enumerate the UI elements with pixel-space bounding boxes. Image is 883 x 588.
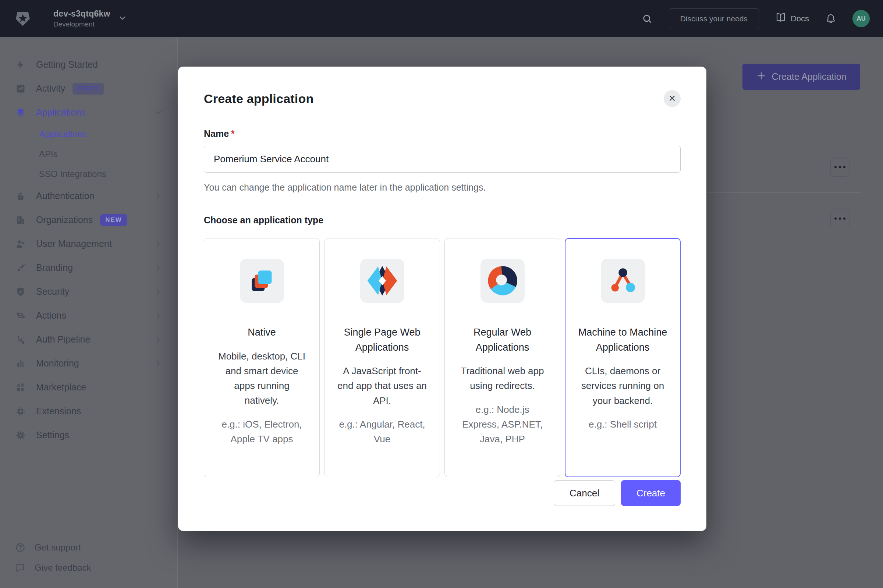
- card-description: CLIs, daemons or services running on you…: [578, 363, 668, 408]
- docs-label: Docs: [791, 14, 809, 24]
- shield-check-icon: [15, 286, 27, 297]
- get-support-link[interactable]: Get support: [0, 537, 177, 558]
- lock-icon: [15, 191, 27, 201]
- card-description: Mobile, desktop, CLI and smart device ap…: [217, 349, 307, 408]
- name-helper-text: You can change the application name late…: [204, 182, 681, 193]
- help-circle-icon: [15, 542, 26, 553]
- card-title: Regular Web Applications: [457, 325, 547, 355]
- network-nodes-icon: [601, 259, 645, 303]
- brush-icon: [15, 263, 27, 273]
- donut-swirl-icon: [481, 259, 525, 303]
- flow-icon: [15, 310, 27, 321]
- spa-diamond-icon: [360, 259, 404, 303]
- activity-icon: [15, 84, 27, 94]
- close-button[interactable]: [664, 90, 681, 107]
- sidebar-item-applications[interactable]: Applications: [0, 100, 177, 124]
- building-icon: [15, 215, 27, 225]
- sidebar-item-organizations[interactable]: Organizations NEW: [0, 208, 177, 232]
- plus-icon: [756, 71, 766, 83]
- discuss-needs-button[interactable]: Discuss your needs: [669, 9, 759, 29]
- ellipsis-icon: [834, 166, 837, 168]
- close-icon: [667, 93, 677, 104]
- create-button[interactable]: Create: [621, 480, 681, 506]
- sidebar-item-getting-started[interactable]: Getting Started: [0, 52, 177, 76]
- chip-icon: [15, 406, 27, 417]
- sidebar-item-activity[interactable]: Activity FIRST: [0, 76, 177, 100]
- native-stack-icon: [240, 259, 284, 303]
- required-marker: *: [231, 128, 235, 139]
- sidebar-item-marketplace[interactable]: Marketplace: [0, 375, 177, 399]
- card-description: Traditional web app using redirects.: [457, 363, 547, 393]
- chevron-right-icon: [154, 287, 163, 296]
- application-type-cards: Native Mobile, desktop, CLI and smart de…: [204, 238, 681, 477]
- sidebar-item-extensions[interactable]: Extensions: [0, 399, 177, 423]
- chevron-right-icon: [154, 359, 163, 368]
- chevron-right-icon: [154, 335, 163, 344]
- create-application-modal: Create application Name* You can change …: [178, 67, 706, 531]
- chevron-right-icon: [154, 240, 163, 248]
- cancel-button[interactable]: Cancel: [554, 480, 615, 506]
- top-header: dev-s3qtq6kw Development Discuss your ne…: [0, 0, 883, 37]
- chevron-down-icon: [118, 13, 127, 24]
- chevron-right-icon: [154, 311, 163, 320]
- create-application-button[interactable]: Create Application: [742, 64, 860, 90]
- sidebar-item-settings[interactable]: Settings: [0, 423, 177, 447]
- auth0-logo-icon[interactable]: [13, 9, 32, 28]
- row-actions-button[interactable]: [831, 209, 850, 228]
- bell-icon[interactable]: [825, 13, 836, 24]
- card-title: Native: [217, 325, 307, 340]
- search-icon[interactable]: [642, 13, 653, 24]
- first-badge: FIRST: [72, 83, 104, 94]
- card-example: e.g.: Angular, React, Vue: [337, 417, 427, 447]
- sidebar-footer: Get support Give feedback: [0, 537, 177, 578]
- sidebar-item-actions[interactable]: Actions: [0, 304, 177, 327]
- avatar[interactable]: AU: [853, 10, 870, 27]
- docs-link[interactable]: Docs: [775, 12, 809, 26]
- tenant-name: dev-s3qtq6kw: [53, 9, 110, 19]
- gear-icon: [15, 430, 27, 441]
- grid-plus-icon: [15, 382, 27, 393]
- name-label: Name*: [204, 128, 681, 139]
- card-title: Machine to Machine Applications: [578, 325, 668, 355]
- pipeline-icon: [15, 334, 27, 345]
- application-name-input[interactable]: [204, 146, 681, 172]
- sidebar-item-branding[interactable]: Branding: [0, 256, 177, 280]
- zap-icon: [15, 60, 27, 70]
- card-example: e.g.: iOS, Electron, Apple TV apps: [217, 417, 307, 447]
- card-native[interactable]: Native Mobile, desktop, CLI and smart de…: [204, 238, 320, 477]
- sidebar-item-auth-pipeline[interactable]: Auth Pipeline: [0, 327, 177, 351]
- card-single-page-web[interactable]: Single Page Web Applications A JavaScrip…: [324, 238, 440, 477]
- card-regular-web[interactable]: Regular Web Applications Traditional web…: [444, 238, 560, 477]
- sidebar-subitem-applications[interactable]: Applications: [0, 124, 177, 144]
- new-badge: NEW: [100, 214, 127, 226]
- book-icon: [775, 12, 786, 26]
- tenant-environment: Development: [53, 20, 110, 28]
- sidebar-item-user-management[interactable]: User Management: [0, 232, 177, 256]
- sidebar-item-monitoring[interactable]: Monitoring: [0, 351, 177, 375]
- sidebar-nav: Getting Started Activity FIRST Applicati…: [0, 37, 178, 588]
- application-type-label: Choose an application type: [204, 215, 681, 225]
- modal-title: Create application: [204, 92, 313, 106]
- chevron-down-icon: [154, 108, 163, 117]
- card-description: A JavaScript front-end app that uses an …: [337, 363, 427, 408]
- row-actions-button[interactable]: [831, 158, 850, 177]
- layers-icon: [15, 108, 27, 118]
- ellipsis-icon: [834, 218, 837, 220]
- chevron-right-icon: [154, 264, 163, 272]
- sidebar-subitem-sso-integrations[interactable]: SSO Integrations: [0, 164, 177, 184]
- card-machine-to-machine[interactable]: Machine to Machine Applications CLIs, da…: [565, 238, 681, 477]
- sidebar-item-authentication[interactable]: Authentication: [0, 184, 177, 208]
- bar-chart-icon: [15, 358, 27, 369]
- card-title: Single Page Web Applications: [337, 325, 427, 355]
- card-example: e.g.: Shell script: [578, 417, 668, 432]
- card-example: e.g.: Node.js Express, ASP.NET, Java, PH…: [457, 402, 547, 447]
- message-icon: [15, 562, 26, 573]
- tenant-switcher[interactable]: dev-s3qtq6kw Development: [53, 9, 110, 28]
- sidebar-subitem-apis[interactable]: APIs: [0, 144, 177, 164]
- header-divider: [42, 10, 42, 27]
- chevron-right-icon: [154, 192, 163, 201]
- sidebar-item-security[interactable]: Security: [0, 280, 177, 304]
- user-gear-icon: [15, 239, 27, 249]
- give-feedback-link[interactable]: Give feedback: [0, 558, 177, 578]
